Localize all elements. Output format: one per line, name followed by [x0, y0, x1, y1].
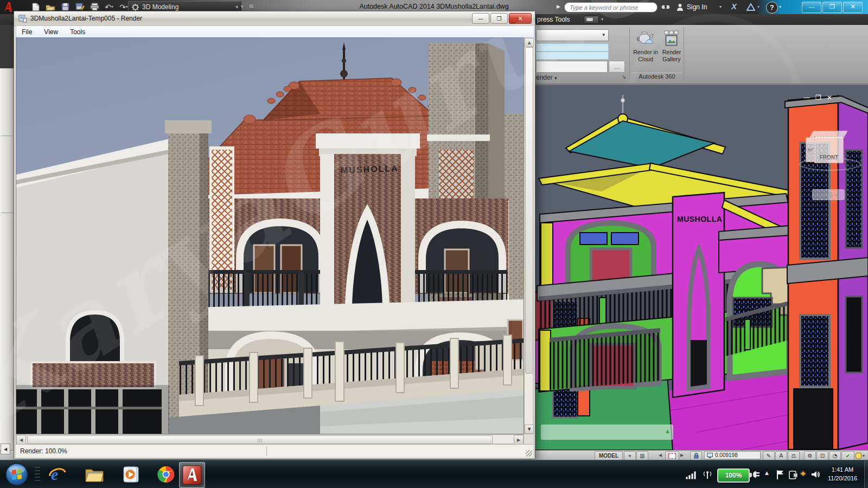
browse-button[interactable]: …	[609, 61, 625, 73]
scroll-left-arrow[interactable]: ◀	[16, 435, 26, 445]
menu-tools[interactable]: Tools	[65, 27, 91, 37]
tray-power-plug-icon[interactable]	[751, 469, 763, 480]
render-progress-bar-1	[536, 43, 609, 52]
tab-express-tools[interactable]: press Tools	[537, 16, 570, 23]
desktop: ↶▾ ↷▾ 3D Modeling ▾ ▾ ≡ Autodesk AutoCAD…	[0, 0, 868, 488]
lock-ui-icon[interactable]	[690, 451, 702, 460]
sign-in-dropdown-arrow[interactable]: ▾	[719, 4, 722, 9]
quick-view-drawings-icon[interactable]: ▥	[636, 451, 648, 460]
featured-apps-icon[interactable]	[584, 16, 599, 24]
render-gallery-button[interactable]: Render Gallery	[659, 28, 685, 82]
vertical-scroll-thumb[interactable]	[525, 47, 533, 374]
workspace-switch-icon[interactable]: ⚙	[804, 451, 816, 460]
tray-wireless-icon[interactable]	[701, 468, 714, 481]
tray-action-center-flag-icon[interactable]	[775, 468, 786, 480]
horizontal-scroll-thumb[interactable]: |||	[27, 435, 493, 444]
isolate-objects-icon[interactable]: ◔	[829, 451, 841, 460]
tray-battery-indicator[interactable]: 100%	[717, 468, 750, 483]
annotation-visibility-icon[interactable]: ✎	[763, 451, 775, 460]
status-tray-arrow[interactable]: ▾	[863, 453, 865, 458]
taskbar-divider-dots	[35, 467, 40, 482]
viewport-minimize-button[interactable]: —	[803, 94, 810, 101]
next-viewport-arrow[interactable]: ▶	[680, 453, 684, 458]
tray-hidden-icons-arrow[interactable]: ▲	[765, 470, 769, 476]
autoscale-icon[interactable]: A	[775, 451, 787, 460]
scroll-right-arrow[interactable]: ▶	[514, 435, 524, 445]
connect-dropdown-arrow[interactable]: ▾	[757, 4, 760, 9]
render-vertical-scrollbar[interactable]: ▲ ▼	[524, 37, 533, 434]
tray-windows-update-icon[interactable]	[788, 468, 799, 480]
toolbar-lock-icon[interactable]: ⊡	[816, 451, 828, 460]
scroll-down-arrow[interactable]: ▼	[525, 425, 534, 434]
autocad-taskbar-icon	[182, 465, 202, 485]
taskbar-media-player[interactable]	[119, 463, 143, 486]
taskbar-file-explorer[interactable]	[82, 463, 106, 486]
annotation-scale-icon[interactable]: ⚖	[788, 451, 800, 460]
render-window-icon	[18, 14, 27, 23]
viewcube[interactable]: BT FRONT	[805, 131, 857, 176]
render-window[interactable]: 3DMusholla2Lantai-Temp005 - Render — ❐ ✕…	[14, 11, 535, 459]
command-line-collapsed-bar[interactable]: ▲	[541, 425, 673, 440]
start-button[interactable]	[4, 462, 29, 487]
autodesk360-connect-icon[interactable]	[745, 2, 756, 12]
windows-start-icon	[5, 463, 28, 486]
coordinate-readout: 0.009198	[715, 452, 738, 458]
render-horizontal-scrollbar[interactable]: ◀ ||| ▶	[16, 434, 524, 444]
search-icon[interactable]	[660, 2, 672, 12]
close-button[interactable]: ✕	[843, 2, 863, 13]
render-output-field[interactable]	[536, 61, 608, 73]
drawing-viewport[interactable]: MUSHOLLA	[534, 85, 868, 450]
autocad-a-icon	[2, 1, 14, 13]
viewport-restore-button[interactable]: ❐	[815, 94, 821, 101]
autodesk-360-panel-label[interactable]: Autodesk 360	[631, 73, 682, 82]
tray-clock[interactable]: 1:41 AM 11/20/2016	[822, 466, 863, 483]
menu-file[interactable]: File	[16, 27, 37, 37]
render-window-titlebar[interactable]: 3DMusholla2Lantai-Temp005 - Render — ❐ ✕	[14, 11, 535, 26]
render-panel-label[interactable]: ender ▾	[536, 74, 557, 81]
render-in-cloud-button[interactable]: Render in Cloud	[633, 28, 659, 82]
tray-network-bars-icon[interactable]	[685, 468, 699, 481]
maximize-button[interactable]: ❐	[822, 2, 842, 13]
minimize-button[interactable]: —	[802, 2, 821, 13]
render-maximize-button[interactable]: ❐	[490, 13, 508, 24]
resize-grip[interactable]	[526, 450, 532, 457]
gear-icon	[132, 4, 139, 11]
panel-dialog-launcher-icon[interactable]: ⇘	[622, 74, 626, 80]
help-icon[interactable]: ?	[766, 2, 778, 14]
palette-divider-2	[1, 213, 14, 213]
render-close-button[interactable]: ✕	[509, 13, 532, 24]
prev-viewport-arrow[interactable]: ◀	[659, 453, 662, 458]
show-desktop-button[interactable]	[864, 460, 868, 488]
taskbar-internet-explorer[interactable]: e	[46, 463, 69, 486]
taskbar-autocad-active[interactable]	[179, 462, 205, 488]
wmp-icon	[122, 465, 141, 484]
ucs-dropdown[interactable]: WCS▿	[812, 189, 845, 200]
viewcube-compass-ring[interactable]	[799, 158, 861, 171]
scrollbar-corner	[524, 434, 533, 444]
palette-divider-1	[1, 136, 14, 136]
clock-time: 1:41 AM	[822, 466, 863, 474]
tray-notification-spark-icon[interactable]: ✦	[800, 469, 807, 479]
quick-view-layouts-icon[interactable]: ⌖	[624, 451, 636, 460]
performance-coordinate-field[interactable]: 0.009198	[704, 451, 761, 459]
sign-in-button[interactable]: Sign In	[687, 3, 707, 11]
viewport-maximize-icon[interactable]	[665, 451, 679, 460]
taskbar-chrome[interactable]	[154, 463, 178, 486]
render-minimize-button[interactable]: —	[472, 13, 489, 24]
model-space-button[interactable]: MODEL	[595, 451, 623, 460]
hardware-acceleration-icon[interactable]: ✔	[841, 451, 854, 460]
render-preset-dropdown[interactable]: ▾	[536, 29, 609, 41]
lightbulb-icon[interactable]	[855, 452, 862, 459]
viewport-close-button[interactable]: ✕	[827, 94, 832, 101]
left-palette-dark-block	[0, 25, 15, 68]
exchange-apps-icon[interactable]: X	[731, 2, 737, 11]
infocenter-expand-arrow[interactable]: ▶	[557, 4, 560, 9]
menu-view[interactable]: View	[39, 27, 63, 37]
search-input[interactable]	[564, 2, 658, 12]
palette-scroll-button[interactable]: ◀	[1, 444, 10, 454]
help-dropdown-arrow[interactable]: ▾	[779, 4, 781, 9]
tray-volume-icon[interactable]	[809, 468, 821, 480]
featured-apps-arrow[interactable]: ▾	[601, 17, 603, 22]
scroll-up-arrow[interactable]: ▲	[525, 38, 534, 47]
viewport-window-controls: — ❐ ✕	[803, 94, 832, 101]
